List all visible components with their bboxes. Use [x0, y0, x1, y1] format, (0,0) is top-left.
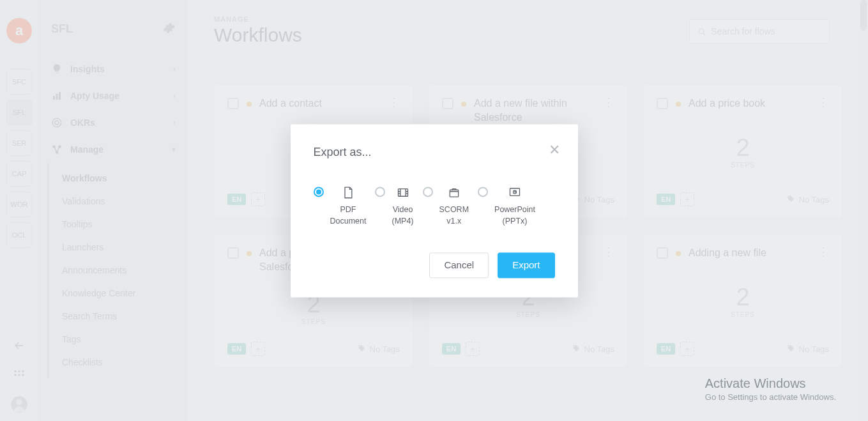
export-option-label: SCORMv1.x: [439, 204, 469, 227]
svg-rect-17: [398, 188, 407, 196]
export-option-powerpoint[interactable]: PowerPoint(PPTx): [478, 186, 535, 227]
export-option-pdf[interactable]: PDFDocument: [314, 186, 367, 227]
radio-unselected-icon[interactable]: [375, 187, 385, 197]
cancel-button[interactable]: Cancel: [429, 252, 489, 278]
export-option-video[interactable]: Video(MP4): [375, 186, 413, 227]
export-option-label: Video(MP4): [392, 204, 413, 227]
export-option-scorm[interactable]: SCORMv1.x: [423, 186, 469, 227]
export-button[interactable]: Export: [498, 252, 554, 278]
svg-rect-18: [450, 190, 458, 197]
radio-selected-icon[interactable]: [314, 187, 324, 197]
modal-title: Export as...: [314, 146, 555, 159]
radio-unselected-icon[interactable]: [423, 187, 433, 197]
close-icon[interactable]: ✕: [549, 143, 560, 157]
export-options: PDFDocumentVideo(MP4)SCORMv1.xPowerPoint…: [314, 186, 555, 227]
export-modal: Export as... ✕ PDFDocumentVideo(MP4)SCOR…: [291, 124, 578, 297]
export-option-label: PDFDocument: [330, 204, 367, 227]
radio-unselected-icon[interactable]: [478, 187, 488, 197]
export-option-label: PowerPoint(PPTx): [494, 204, 535, 227]
